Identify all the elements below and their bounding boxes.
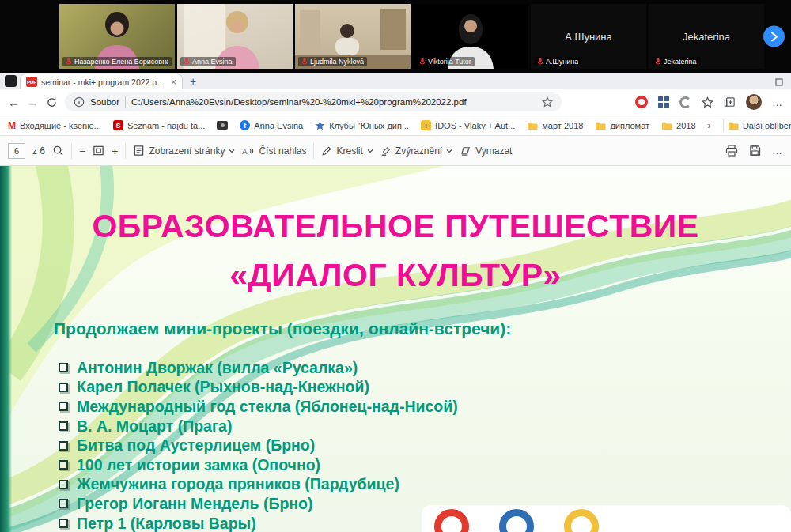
participant-tile[interactable]: Anna Evsina <box>177 4 293 69</box>
bookmark-folder-diplomat[interactable]: дипломат <box>595 121 649 130</box>
pdf-toolbar: 6 z 6 − + Zobrazení stránky A Číst nahla… <box>0 136 791 166</box>
refresh-button[interactable] <box>46 96 58 108</box>
bookmark-facebook[interactable]: f Anna Evsina <box>240 120 303 130</box>
read-aloud-button[interactable]: A Číst nahlas <box>242 145 306 157</box>
browser-tab-bar: PDF seminar - mki+ program 2022.p... × + <box>0 73 791 89</box>
list-item: Жемчужина города пряников (Пардубице) <box>59 475 767 495</box>
bookmark-folder-mart2018[interactable]: март 2018 <box>527 121 583 130</box>
toolbar-divider <box>125 143 126 159</box>
muted-mic-icon <box>655 58 661 66</box>
print-icon[interactable] <box>725 145 738 157</box>
forward-button[interactable]: → <box>27 96 39 108</box>
page-view-icon <box>133 145 145 157</box>
participant-tile[interactable]: Jekaterina Jekaterina <box>649 4 764 69</box>
search-icon[interactable] <box>52 145 64 157</box>
page-count-label: z 6 <box>32 145 45 157</box>
pdf-page: ОБРАЗОВАТЕЛЬНОЕ ПУТЕШЕСТВИЕ «ДИАЛОГ КУЛЬ… <box>0 166 791 532</box>
collections-icon[interactable] <box>724 96 736 108</box>
tab-actions-icon[interactable] <box>5 75 17 87</box>
browser-menu-icon[interactable]: … <box>772 96 783 108</box>
logo-ring-blue <box>499 509 534 532</box>
muted-mic-icon <box>66 58 72 66</box>
zoom-out-button[interactable]: − <box>79 145 85 157</box>
star-badge-icon <box>315 120 325 130</box>
favorites-icon[interactable] <box>702 96 713 108</box>
participant-tile[interactable]: Назаренко Елена Борисовна <box>59 4 175 69</box>
square-bullet-icon <box>59 519 68 528</box>
browser-address-row: ← → Soubor C:/Users/Anna%20Evsin/Desktop… <box>0 89 791 115</box>
next-participants-button[interactable] <box>763 26 785 47</box>
bookmark-gmail[interactable]: M Входящие - ksenie... <box>8 120 101 131</box>
muted-mic-icon <box>419 58 426 66</box>
facebook-icon: f <box>240 120 250 130</box>
more-tools-icon[interactable]: … <box>772 145 783 157</box>
square-bullet-icon <box>59 421 68 431</box>
highlight-menu[interactable]: Zvýraznění <box>380 145 452 157</box>
square-bullet-icon <box>59 402 68 411</box>
profile-avatar[interactable] <box>746 94 762 110</box>
list-item: Антонин Дворжак (вилла «Русалка») <box>59 358 767 378</box>
participant-name: Anna Evsina <box>192 58 233 66</box>
slide-subtitle: Продолжаем мини-проекты (поездки, онлайн… <box>54 319 511 338</box>
folder-icon <box>595 121 606 130</box>
bookmark-seznam[interactable]: S Seznam - najdu ta... <box>113 120 205 130</box>
participant-name-label: Viktoriia Tutor <box>416 57 475 66</box>
participant-name-label: Назаренко Елена Борисовна <box>62 57 172 66</box>
video-conference-strip: Назаренко Елена Борисовна Anna Evsina <box>0 0 791 73</box>
page-number-input[interactable]: 6 <box>8 143 25 159</box>
logo-ring-red <box>434 509 469 532</box>
bookmarks-separator <box>723 119 724 132</box>
bookmark-folder-2018[interactable]: 2018 <box>661 121 695 130</box>
read-aloud-icon: A <box>242 145 255 157</box>
page-view-menu[interactable]: Zobrazení stránky <box>133 145 235 157</box>
bookmark-other-favorites[interactable]: Další oblíbené p... <box>723 119 791 132</box>
address-bar[interactable]: Soubor C:/Users/Anna%20Evsin/Desktop/sem… <box>65 92 562 111</box>
apps-grid-icon[interactable] <box>658 96 669 108</box>
browser-tab[interactable]: PDF seminar - mki+ program 2022.p... × <box>20 74 183 89</box>
chevron-right-icon <box>770 32 778 41</box>
list-item: В. А. Моцарт (Прага) <box>59 417 767 436</box>
square-bullet-icon <box>59 499 68 508</box>
new-tab-button[interactable]: + <box>190 76 196 87</box>
slide-title-line2: «ДИАЛОГ КУЛЬТУР» <box>24 251 767 300</box>
erase-button[interactable]: Vymazat <box>460 145 512 157</box>
participant-tile[interactable]: Ljudmila Nyklová <box>295 4 411 69</box>
pdf-toolbar-right: … <box>725 145 783 157</box>
bookmarks-overflow-chevron[interactable]: › <box>708 119 711 131</box>
bookmark-icon-only[interactable] <box>217 121 228 130</box>
tab-close-icon[interactable]: × <box>171 77 176 87</box>
highlighter-icon <box>380 145 392 157</box>
folder-icon <box>728 121 739 130</box>
chevron-down-icon <box>229 149 235 153</box>
page-info-icon[interactable] <box>74 96 85 108</box>
draw-menu[interactable]: Kreslit <box>321 145 373 157</box>
square-bullet-icon <box>59 363 68 372</box>
svg-text:A: A <box>242 146 248 155</box>
toolbar-divider <box>71 143 72 159</box>
extension-c-icon[interactable] <box>679 96 691 108</box>
address-url[interactable]: C:/Users/Anna%20Evsin/Desktop/seminar%20… <box>131 97 536 107</box>
window-restore-icon[interactable] <box>775 78 783 86</box>
participant-tile[interactable]: А.Шунина А.Шунина <box>531 4 646 69</box>
zoom-in-button[interactable]: + <box>112 145 118 157</box>
chevron-down-icon <box>446 149 452 153</box>
pdf-file-icon: PDF <box>26 77 37 87</box>
toolbar-divider <box>313 143 314 159</box>
folder-icon <box>661 121 672 130</box>
save-icon[interactable] <box>749 145 761 157</box>
slide-left-edge-art <box>0 166 12 532</box>
back-button[interactable]: ← <box>8 96 20 108</box>
participant-tile[interactable]: Viktoriia Tutor <box>413 4 528 69</box>
add-favorite-star-icon[interactable] <box>542 96 553 108</box>
opera-extension-icon[interactable] <box>635 96 648 108</box>
list-item: Карел Полачек (Рыхнов-над-Кнежной) <box>59 378 767 398</box>
tab-title: seminar - mki+ program 2022.p... <box>41 77 167 87</box>
participant-name-label: Anna Evsina <box>180 57 236 66</box>
bookmark-clubs[interactable]: Клубы "Юных дип... <box>315 120 409 130</box>
bookmarks-bar: M Входящие - ksenie... S Seznam - najdu … <box>0 115 791 136</box>
fit-to-page-icon[interactable] <box>93 145 104 157</box>
bookmark-idos[interactable]: i IDOS - Vlaky + Aut... <box>421 120 515 130</box>
address-divider <box>125 96 126 108</box>
square-bullet-icon <box>59 460 68 470</box>
list-item: 100 лет истории замка (Опочно) <box>59 455 767 475</box>
